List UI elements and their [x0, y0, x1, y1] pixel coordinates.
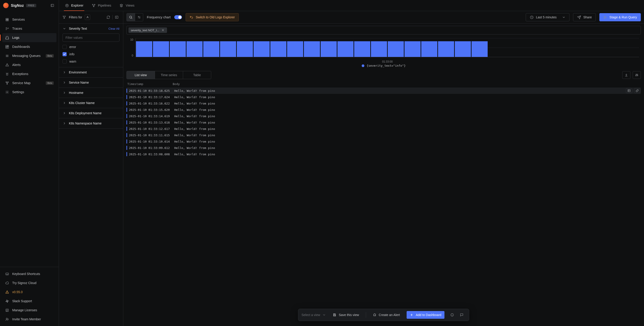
log-row[interactable]: 2025-01-10 01:33:15.620Hello, World! fro…	[126, 107, 641, 113]
chart-bar[interactable]	[404, 41, 420, 57]
chart-legend: {severity_text="info"}	[126, 64, 641, 67]
svg-rect-29	[628, 90, 630, 92]
feedback-button[interactable]	[458, 311, 466, 319]
sidebar-item-dashboards[interactable]: Dashboards	[2, 42, 56, 51]
clear-all-button[interactable]: Clear All	[108, 27, 120, 30]
chart-bar[interactable]	[421, 41, 437, 57]
filter-head-severity[interactable]: Severity Text Clear All	[59, 24, 123, 34]
filters-refresh-button[interactable]	[105, 14, 112, 21]
format-options-button[interactable]	[633, 71, 641, 79]
chart-bar[interactable]	[153, 41, 169, 57]
filter-head-k8s-cluster[interactable]: K8s Cluster Name	[59, 98, 123, 108]
footer-item-shortcuts[interactable]: Keyboard Shortcuts	[2, 269, 56, 278]
chart-bar[interactable]	[254, 41, 270, 57]
create-alert-button[interactable]: Create an Alert	[370, 311, 403, 319]
query-chip[interactable]: severity_text NOT_I...	[128, 28, 167, 33]
chart-bar[interactable]	[438, 41, 454, 57]
checkbox[interactable]	[62, 59, 66, 64]
sidebar-item-traces[interactable]: Traces	[2, 24, 56, 33]
footer-item-cloud[interactable]: Try Signoz Cloud	[2, 278, 56, 287]
log-row[interactable]: 2025-01-10 01:33:13.618Hello, World! fro…	[126, 119, 641, 126]
log-row[interactable]: 2025-01-10 01:33:17.624Hello, World! fro…	[126, 94, 641, 100]
chart-bar[interactable]	[186, 41, 202, 57]
info-button[interactable]	[448, 311, 456, 319]
footer-item-slack[interactable]: Slack Support	[2, 296, 56, 305]
chart-bar[interactable]	[338, 41, 354, 57]
share-button[interactable]: Share	[573, 13, 596, 21]
filter-option-info[interactable]: info	[62, 52, 120, 56]
log-row[interactable]: 2025-01-10 01:33:16.622Hello, World! fro…	[126, 100, 641, 107]
chart-bar[interactable]	[304, 41, 320, 57]
filter-head-hostname[interactable]: Hostname	[59, 88, 123, 98]
invite-icon	[5, 317, 9, 321]
log-row[interactable]: 2025-01-10 01:33:12.617Hello, World! fro…	[126, 126, 641, 132]
sidebar-item-mq[interactable]: Messaging QueuesBeta	[2, 51, 56, 60]
chart-bar[interactable]	[170, 41, 186, 57]
chart-bar[interactable]	[455, 41, 471, 57]
log-row[interactable]: 2025-01-10 01:33:10.614Hello, World! fro…	[126, 138, 641, 145]
filter-head-environment[interactable]: Environment	[59, 67, 123, 77]
tab-views[interactable]: Views	[115, 0, 138, 11]
sidebar-item-logs[interactable]: Logs	[2, 33, 56, 42]
chart-bar[interactable]	[237, 41, 253, 57]
chart-bar[interactable]	[321, 41, 337, 57]
chart-bar[interactable]	[220, 41, 236, 57]
filters-collapse-button[interactable]	[114, 14, 120, 21]
sidebar-item-services[interactable]: Services	[2, 15, 56, 24]
log-row[interactable]: 2025-01-10 01:33:11.615Hello, World! fro…	[126, 132, 641, 138]
checkbox[interactable]	[62, 52, 66, 56]
chart-bar[interactable]	[354, 41, 370, 57]
run-query-button[interactable]: Stage & Run Query	[599, 13, 641, 21]
svg-rect-11	[6, 300, 7, 301]
chip-remove-button[interactable]	[161, 28, 165, 32]
sidebar-item-servicemap[interactable]: Service MapBeta	[2, 79, 56, 88]
log-row[interactable]: 2025-01-10 01:33:09.612Hello, World! fro…	[126, 145, 641, 151]
sidebar-item-alerts[interactable]: Alerts	[2, 60, 56, 69]
viewtab-list[interactable]: List view	[127, 71, 155, 79]
chart-bar[interactable]	[203, 41, 219, 57]
viewtab-time[interactable]: Time series	[155, 71, 183, 79]
switch-old-explorer-button[interactable]: Switch to Old Logs Explorer	[186, 13, 239, 21]
chart-bar[interactable]	[388, 41, 404, 57]
footer-item-invite[interactable]: Invite Team Member	[2, 315, 56, 324]
add-to-dashboard-button[interactable]: Add to Dashboard	[407, 311, 444, 319]
filter-head-k8s-ns[interactable]: K8s Namespace Name	[59, 118, 123, 128]
save-view-button[interactable]: Save this view	[330, 311, 362, 319]
tab-pipelines[interactable]: Pipelines	[88, 0, 115, 11]
query-field[interactable]: severity_text NOT_I...	[126, 26, 641, 35]
query-letter-chip[interactable]: A	[85, 15, 90, 20]
time-range-picker[interactable]: Last 5 minutes	[526, 13, 570, 21]
chart-plot[interactable]: 10 0 01:33:00	[126, 38, 641, 64]
query-builder-tab[interactable]	[135, 13, 143, 21]
download-button[interactable]	[622, 71, 630, 79]
footer-item-version[interactable]: v0.55.0	[2, 287, 56, 296]
filter-head-service-name[interactable]: Service Name	[59, 78, 123, 88]
footer-item-licenses[interactable]: Manage Licenses	[2, 305, 56, 315]
chart-bar[interactable]	[472, 41, 488, 57]
log-list[interactable]: 2025-01-10 01:33:18.625Hello, World! fro…	[123, 88, 644, 326]
sidebar-item-settings[interactable]: Settings	[2, 88, 56, 97]
log-row[interactable]: 2025-01-10 01:33:08.608Hello, World! fro…	[126, 151, 641, 157]
row-copy-link-button[interactable]	[634, 88, 640, 93]
chart-bar[interactable]	[371, 41, 387, 57]
log-row[interactable]: 2025-01-10 01:33:14.619Hello, World! fro…	[126, 113, 641, 119]
filter-option-warn[interactable]: warn	[62, 59, 120, 64]
sidebar-item-exceptions[interactable]: Exceptions	[2, 69, 56, 79]
info-icon	[450, 313, 454, 317]
filter-option-error[interactable]: error	[62, 45, 120, 49]
viewtab-table[interactable]: Table	[183, 71, 211, 79]
freq-chart-toggle[interactable]	[174, 15, 182, 19]
row-context-button[interactable]	[626, 88, 632, 93]
chart-bar[interactable]	[136, 41, 152, 57]
select-view-dropdown[interactable]: Select a view	[302, 313, 326, 317]
checkbox[interactable]	[62, 45, 66, 49]
select-view-label: Select a view	[302, 313, 320, 317]
tab-explorer[interactable]: Explorer	[61, 0, 88, 11]
query-search-tab[interactable]	[127, 13, 135, 21]
filter-head-k8s-deploy[interactable]: K8s Deployment Name	[59, 108, 123, 118]
chart-bar[interactable]	[287, 41, 303, 57]
chart-bar[interactable]	[270, 41, 286, 57]
sidebar-collapse-button[interactable]	[49, 2, 56, 9]
log-row[interactable]: 2025-01-10 01:33:18.625Hello, World! fro…	[126, 88, 641, 94]
filter-search-input[interactable]	[62, 34, 120, 42]
